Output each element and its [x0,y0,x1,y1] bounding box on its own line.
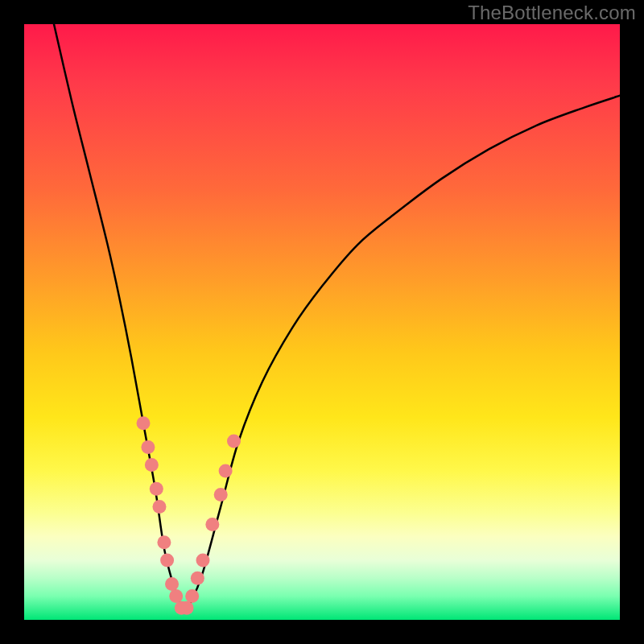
data-point [157,535,171,549]
data-point [145,458,159,472]
data-point [165,577,179,591]
data-point [152,500,166,514]
data-point [180,601,194,615]
data-point [137,416,151,430]
data-point [169,589,183,603]
data-point [150,482,163,496]
data-point [160,554,174,568]
data-markers [137,416,241,614]
data-point [185,589,199,603]
data-point [141,440,155,454]
data-point [227,435,241,448]
data-point [205,518,219,531]
data-point [191,572,204,585]
data-point [196,554,210,568]
plot-area [24,24,620,620]
bottleneck-curve [54,24,620,608]
chart-svg [24,24,620,620]
data-point [219,464,233,478]
watermark-text: TheBottleneck.com [468,2,636,24]
chart-frame: TheBottleneck.com [0,0,644,644]
data-point [214,488,228,502]
